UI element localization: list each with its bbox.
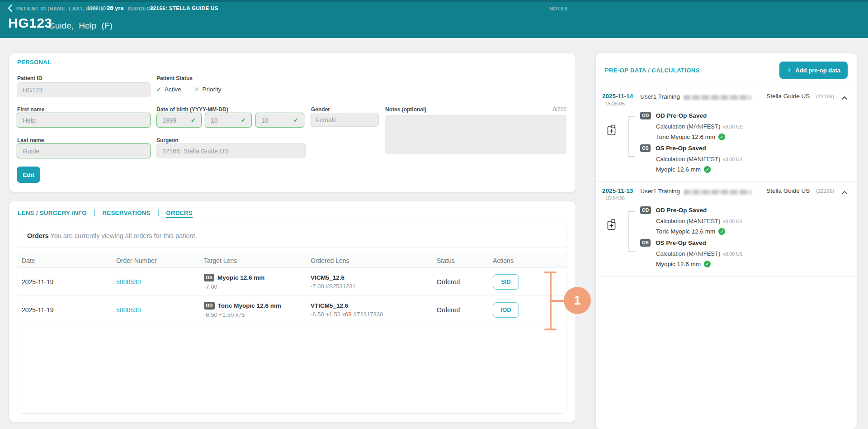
personal-section: PERSONAL Patient ID HG123 Patient Status… [9,53,576,192]
first-name-label: First name [17,106,45,113]
top-bar: PATIENT ID (NAME: LAST, FIRST) 1999-10-1… [0,0,868,38]
calc-version: v8.00 US [723,157,742,162]
eye-result-od: OD OD Pre-Op Saved Calculation (MANIFEST… [640,206,743,235]
patient-id-value: HG123 [23,86,42,94]
dob-month-field[interactable]: 10✓ [205,113,252,128]
gender-value: Female [316,116,337,124]
gender-field[interactable]: Female [310,113,379,127]
plus-icon: + [787,66,791,75]
dob-day-value: 10 [261,117,269,124]
iod-button[interactable]: IOD [493,302,519,318]
ordered-lens-name: VICM5_12.6 [311,274,433,281]
table-row: 2025-11-19 5000530 OSMyopic 12.6 mm -7.0… [18,268,566,296]
order-number-link[interactable]: 5000530 [113,278,200,286]
lens-name: Toric Myopic 12.6 mm [656,228,715,235]
calc-label: Calculation (MANIFEST) [656,156,720,162]
col-order-number: Order Number [113,257,200,264]
notes-label: Notes (optional) [385,106,426,113]
success-check-icon: ✓ [718,228,725,235]
ordered-lens-name: VTICM5_12.6 [311,302,433,309]
first-name-value: Help [23,117,36,124]
sid-button[interactable]: SID [493,274,519,290]
last-name-field[interactable]: Guide [17,143,151,158]
annotation-bracket-cap-bottom [544,329,557,330]
calc-version: v8.00 US [723,124,742,129]
os-badge: OS [640,144,651,152]
entry-surgeon: Stella Guide US [766,93,810,100]
order-status: Ordered [433,278,489,286]
notes-textarea[interactable] [385,115,566,154]
entry-date: 2025-11-13 [602,187,633,194]
patient-status-label: Patient Status [156,75,193,81]
od-badge: OD [640,206,651,214]
eye-result-od: OD OD Pre-Op Saved Calculation (MANIFEST… [640,112,743,140]
lens-name: Myopic 12.6 mm [656,261,701,267]
table-row: 2025-11-19 5000530 ODToric Myopic 12.6 m… [18,296,566,324]
target-lens-name: Myopic 12.6 mm [217,274,264,281]
eye-result-os: OS OS Pre-Op Saved Calculation (MANIFEST… [640,239,743,267]
orders-table: Date Order Number Target Lens Ordered Le… [18,253,566,324]
success-check-icon: ✓ [718,133,725,140]
orders-section: LENS / SURGERY INFO | RESERVATIONS | ORD… [9,201,576,422]
tab-reservations[interactable]: RESERVATIONS [102,210,151,216]
surgeon-field[interactable]: 22166: Stella Guide US [156,143,306,158]
order-date: 2025-11-19 [18,306,113,314]
preop-entry: 2025-11-14 15:26:05 User1 Training Stell… [596,87,857,182]
priority-x-icon: ✕ [194,86,199,93]
target-lens-detail: -7.00 [204,283,307,290]
col-ordered-lens: Ordered Lens [307,257,433,264]
entry-user: User1 Training [640,188,680,195]
entry-date: 2025-11-14 [602,93,633,100]
col-date: Date [18,257,113,264]
clipboard-plus-icon [607,206,624,272]
dob-label: Date of birth (YYYY-MM-DD) [156,106,228,113]
patient-status-row: ✓ Active ✕ Priority [156,86,222,93]
dob-month-check-icon: ✓ [241,117,246,124]
header-notes-link[interactable]: NOTES [549,6,568,11]
preop-section: PRE-OP DATA / CALCULATIONS + Add pre-op … [596,53,857,429]
patient-id-field[interactable]: HG123 [17,82,151,97]
gender-label: Gender [311,106,330,113]
header-patient-id: HG123 [8,15,52,31]
col-target-lens: Target Lens [200,257,307,264]
eye-title: OS Pre-Op Saved [656,145,706,152]
eye-title: OD Pre-Op Saved [656,112,707,119]
eye-result-os: OS OS Pre-Op Saved Calculation (MANIFEST… [640,144,743,173]
eye-badge-os: OS [204,274,214,281]
back-icon[interactable] [7,4,14,14]
tab-lens-surgery-info[interactable]: LENS / SURGERY INFO [18,210,87,216]
col-status: Status [433,257,489,264]
dob-day-field[interactable]: 10✓ [255,113,304,128]
chevron-up-icon[interactable] [841,188,848,196]
od-badge: OD [640,112,651,119]
surgeon-value: 22166: Stella Guide US [162,148,228,155]
order-number-link[interactable]: 5000530 [113,306,200,314]
orders-subtitle: You are currently viewing all orders for… [50,232,197,239]
calc-version: v8.00 US [723,219,742,224]
header-surgeon-value: 22166: STELLA GUIDE US [150,5,218,11]
calc-version: v8.00 US [723,251,742,257]
entry-surgeon-id: (22166) [816,188,834,194]
eye-badge-od: OD [204,302,215,310]
tab-separator: | [157,209,159,217]
edit-button[interactable]: Edit [17,167,40,183]
preop-entry: 2025-11-13 15:24:26 User1 Training Stell… [596,182,857,276]
lens-name: Myopic 12.6 mm [656,166,701,173]
order-date: 2025-11-19 [18,278,113,286]
entry-user: User1 Training [640,93,680,100]
calc-label: Calculation (MANIFEST) [656,123,720,130]
first-name-field[interactable]: Help [17,113,151,128]
col-actions: Actions [489,257,566,264]
chevron-up-icon[interactable] [841,94,848,102]
dob-month-value: 10 [211,117,218,124]
header-age: 26 yrs [107,5,124,11]
header-patient-name: Guide, Help (F) [48,21,113,31]
redacted-email [684,190,751,195]
last-name-value: Guide [23,148,39,155]
status-priority-label: Priority [203,86,222,93]
add-preop-data-button[interactable]: + Add pre-op data [779,62,848,79]
tab-bar: LENS / SURGERY INFO | RESERVATIONS | ORD… [18,209,193,217]
dob-year-field[interactable]: 1999✓ [156,113,202,128]
tree-connector [628,116,635,157]
tab-orders[interactable]: ORDERS [166,210,193,216]
